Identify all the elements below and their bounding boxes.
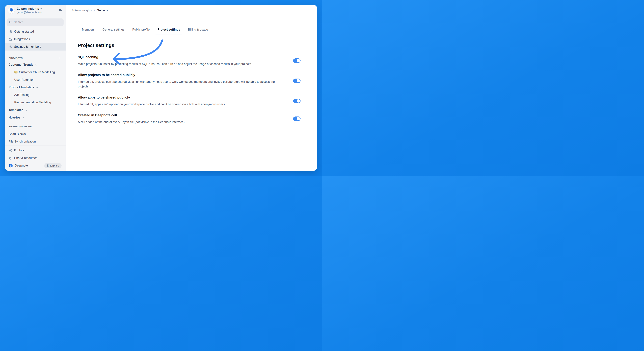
setting-row-sql-caching: SQL caching Make projects run faster by … — [78, 55, 305, 66]
footer-item-label: Chat & resources — [14, 156, 38, 160]
integrations-icon — [9, 38, 12, 41]
search-icon — [9, 21, 12, 24]
shared-item-chart-blocks[interactable]: Chart Blocks — [5, 130, 66, 138]
workspace-name: Edison Insights — [16, 7, 39, 11]
setting-title: SQL caching — [78, 55, 252, 59]
setting-description: Make projects run faster by persisting r… — [78, 62, 252, 66]
brand-name: Deepnote — [15, 164, 43, 167]
project-group-how-tos[interactable]: How-tos — [5, 114, 66, 121]
shared-item-label: Chart Blocks — [8, 132, 26, 136]
group-children: Customer Churn Modelling User Retention — [12, 69, 66, 84]
share-projects-toggle[interactable] — [293, 79, 300, 83]
projects-tree: PROJECTS Customer Trends — [5, 53, 66, 146]
sidebar-item-label: Getting started — [14, 30, 34, 34]
group-label: How-tos — [8, 116, 20, 119]
setting-row-share-apps: Allow apps to be shared publicly If turn… — [78, 95, 305, 107]
group-children: A/B Testing Recommendation Modeling — [12, 91, 66, 106]
workspace-switcher[interactable]: Edison Insights gabor@deepnote.com — [5, 5, 66, 16]
shared-with-me-header: SHARED WITH ME — [5, 123, 66, 130]
sidebar-item-chat-resources[interactable]: Chat & resources — [5, 154, 66, 162]
tab-billing-usage[interactable]: Billing & usage — [188, 28, 208, 35]
tab-members[interactable]: Members — [82, 28, 94, 35]
main-area: Edison Insights / Settings Members Gener… — [66, 5, 317, 171]
chevron-right-icon — [22, 116, 25, 119]
sidebar: Edison Insights gabor@deepnote.com — [5, 5, 66, 171]
share-apps-toggle[interactable] — [293, 99, 300, 103]
compass-icon — [9, 149, 12, 152]
setting-description: A cell added at the end of every .ipynb … — [78, 120, 185, 124]
plan-badge: Enterprise — [44, 163, 62, 168]
deepnote-brand-row[interactable]: Deepnote Enterprise — [5, 162, 66, 169]
tab-project-settings[interactable]: Project settings — [158, 28, 180, 35]
workspace-avatar — [8, 7, 14, 14]
project-group-product-analytics[interactable]: Product Analytics — [5, 84, 66, 91]
deepnote-logo — [9, 164, 13, 168]
project-item-customer-churn-modelling[interactable]: Customer Churn Modelling — [14, 69, 66, 76]
deepnote-cell-toggle[interactable] — [293, 117, 300, 121]
help-circle-icon — [9, 156, 12, 160]
workspace-info: Edison Insights gabor@deepnote.com — [16, 7, 58, 14]
setting-description: If turned off, projects can’t be shared … — [78, 79, 280, 89]
project-item-label: Recommendation Modeling — [14, 101, 51, 104]
sql-caching-toggle[interactable] — [293, 58, 300, 63]
project-group-templates[interactable]: Templates — [5, 106, 66, 114]
collapse-sidebar-button[interactable] — [58, 9, 62, 13]
sidebar-item-integrations[interactable]: Integrations — [5, 36, 66, 43]
project-item-label: Customer Churn Modelling — [19, 71, 55, 74]
app-window: Edison Insights gabor@deepnote.com — [5, 5, 317, 171]
project-group-customer-trends[interactable]: Customer Trends — [5, 61, 66, 69]
project-item-label: A/B Testing — [14, 93, 30, 97]
add-project-button[interactable] — [58, 56, 62, 60]
setting-row-created-in-deepnote-cell: Created in Deepnote cell A cell added at… — [78, 113, 305, 124]
breadcrumb-current: Settings — [97, 9, 108, 12]
sidebar-item-getting-started[interactable]: Getting started — [5, 28, 66, 36]
setting-row-share-projects: Allow projects to be shared publicly If … — [78, 73, 305, 89]
search-input[interactable]: Search... — [6, 19, 64, 26]
credit-card-icon — [14, 71, 18, 74]
tab-public-profile[interactable]: Public profile — [132, 28, 150, 35]
chevron-down-icon — [35, 64, 38, 66]
sidebar-item-settings-members[interactable]: Settings & members — [5, 43, 66, 51]
chevron-right-icon — [25, 109, 28, 112]
sidebar-nav: Getting started Integrations — [5, 28, 66, 51]
breadcrumb-separator: / — [94, 9, 95, 12]
toggle-knob — [297, 59, 300, 62]
sidebar-item-label: Integrations — [14, 38, 30, 41]
toggle-knob — [297, 79, 300, 82]
shared-item-file-synchronisation[interactable]: File Synchronisation — [5, 138, 66, 145]
page-title: Project settings — [78, 43, 305, 48]
search-placeholder: Search... — [14, 21, 26, 24]
projects-header: PROJECTS — [8, 57, 23, 60]
shared-item-label: File Synchronisation — [8, 140, 36, 143]
settings-list: SQL caching Make projects run faster by … — [78, 55, 305, 124]
sidebar-collapse-icon — [58, 9, 62, 13]
project-item-ab-testing[interactable]: A/B Testing — [14, 91, 66, 99]
getting-started-icon — [9, 30, 12, 34]
sidebar-footer: Explore Chat & resources Deepnote — [5, 146, 66, 171]
lightbulb-icon — [10, 8, 14, 13]
setting-title: Created in Deepnote cell — [78, 113, 185, 117]
project-item-recommendation-modeling[interactable]: Recommendation Modeling — [14, 99, 66, 106]
project-item-user-retention[interactable]: User Retention — [14, 76, 66, 84]
setting-description: If turned off, apps can’t appear on your… — [78, 102, 226, 107]
plus-icon — [58, 56, 62, 60]
breadcrumb-workspace[interactable]: Edison Insights — [72, 9, 92, 12]
project-item-label: User Retention — [14, 78, 34, 82]
sidebar-item-explore[interactable]: Explore — [5, 147, 66, 154]
setting-title: Allow apps to be shared publicly — [78, 95, 226, 100]
group-label: Product Analytics — [8, 86, 34, 89]
chevron-down-icon — [36, 86, 38, 89]
toggle-knob — [297, 99, 300, 103]
gear-icon — [9, 45, 12, 49]
caret-down-icon — [40, 8, 42, 10]
toggle-knob — [297, 117, 300, 120]
footer-item-label: Explore — [14, 149, 24, 152]
setting-title: Allow projects to be shared publicly — [78, 73, 280, 77]
sidebar-item-label: Settings & members — [14, 45, 41, 49]
settings-tabs: Members General settings Public profile … — [78, 28, 305, 35]
group-label: Templates — [8, 108, 23, 112]
group-label: Customer Trends — [8, 63, 33, 67]
tab-general-settings[interactable]: General settings — [102, 28, 124, 35]
workspace-email: gabor@deepnote.com — [16, 11, 58, 14]
breadcrumb: Edison Insights / Settings — [66, 5, 317, 16]
